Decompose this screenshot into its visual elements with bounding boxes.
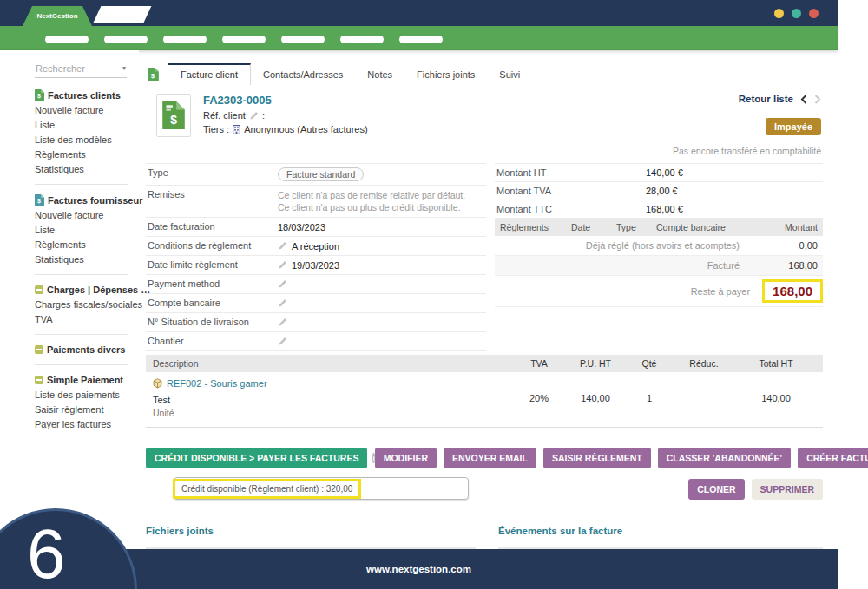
back-to-list-link[interactable]: Retour liste <box>739 94 793 104</box>
money-icon <box>35 345 43 354</box>
tab-contacts-adresses[interactable]: Contacts/Adresses <box>251 65 355 85</box>
sidebar-item-nouvelle-facture[interactable]: Nouvelle facture <box>35 105 128 115</box>
enter-payment-button[interactable]: SAISIR RÈGLEMENT <box>543 448 651 468</box>
highlight-box: 168,00 <box>762 279 823 303</box>
nav-item-placeholder[interactable] <box>340 36 384 43</box>
chevron-right-icon[interactable] <box>814 95 821 104</box>
close-light-icon[interactable] <box>809 9 819 18</box>
invoice-icon: $ <box>162 101 185 129</box>
sidebar-item-reglements[interactable]: Règlements <box>35 149 128 160</box>
clone-button[interactable]: CLONER <box>688 479 744 500</box>
lines-table-header: Description TVA P.U. HT Qté Réduc. Total… <box>146 355 823 372</box>
field-row-payment-method: Payment method <box>146 275 486 294</box>
pay-invoices-with-credit-button[interactable]: CRÉDIT DISPONIBLE > PAYER LES FACTURES <box>146 448 367 468</box>
pencil-icon[interactable] <box>278 298 287 308</box>
nav-item-placeholder[interactable] <box>222 36 266 43</box>
field-row-date-facturation: Date facturation 18/03/2023 <box>146 218 486 237</box>
sidebar-item-saisir-reglement[interactable]: Saisir règlement <box>35 404 128 415</box>
field-row-chantier: Chantier <box>146 332 486 351</box>
field-value: A réception <box>292 241 339 252</box>
invoice-icon: $ <box>35 89 44 101</box>
pencil-icon[interactable] <box>278 279 287 289</box>
field-label: N° Situation de livraison <box>148 317 278 327</box>
nav-item-placeholder[interactable] <box>163 36 207 43</box>
modify-button[interactable]: MODIFIER <box>375 448 437 468</box>
pencil-icon[interactable] <box>278 337 287 346</box>
sidebar-item-statistiques[interactable]: Statistiques <box>35 164 128 174</box>
tab-notes[interactable]: Notes <box>355 65 404 85</box>
ghost-tab[interactable] <box>94 6 152 23</box>
amount-label: Montant TTC <box>496 204 646 214</box>
section-title: Charges | Dépenses … <box>35 285 128 295</box>
nav-item-placeholder[interactable] <box>104 36 148 43</box>
tiers-value[interactable]: Anonymous (Autres factures) <box>244 124 367 134</box>
nav-item-placeholder[interactable] <box>399 36 443 43</box>
field-row-type: Type Facture standard <box>146 164 486 186</box>
sidebar-item-tva[interactable]: TVA <box>35 314 128 324</box>
search-input[interactable] <box>35 61 127 78</box>
sidebar-item-nouvelle-facture[interactable]: Nouvelle facture <box>35 210 128 220</box>
section-title: $ Factures clients <box>35 89 128 101</box>
send-email-button[interactable]: ENVOYER EMAIL <box>444 448 536 468</box>
create-credit-note-button[interactable]: CRÉER FACTURE AVOIR <box>798 448 868 468</box>
tab-suivi[interactable]: Suivi <box>487 65 532 85</box>
credit-tooltip-text: Crédit disponible (Règlement client) : 3… <box>173 479 361 499</box>
field-row-conditions-reglement: Conditions de règlement A réception <box>146 237 486 256</box>
maximize-light-icon[interactable] <box>792 9 801 18</box>
svg-text:$: $ <box>37 93 41 100</box>
section-title: $ Factures fournisseur <box>35 194 128 206</box>
main-nav-bar <box>0 26 838 50</box>
delete-button[interactable]: SUPPRIMER <box>752 479 823 500</box>
pencil-icon[interactable] <box>278 317 287 327</box>
column-header: Total HT <box>736 358 816 369</box>
ref-client-colon: : <box>262 110 265 121</box>
sidebar-item-liste[interactable]: Liste <box>35 120 128 130</box>
column-header: Règlements <box>500 222 571 232</box>
field-label: Remises <box>148 189 278 200</box>
payments-table-header: Règlements Date Type Compte bancaire Mon… <box>495 219 823 236</box>
svg-text:$: $ <box>37 198 41 205</box>
sidebar-item-liste-des-paiements[interactable]: Liste des paiements <box>35 389 128 400</box>
tab-bar: $ Facture client Contacts/Adresses Notes… <box>146 63 823 85</box>
nav-item-placeholder[interactable] <box>281 36 325 43</box>
section-title-label: Simple Paiement <box>47 375 123 385</box>
classify-abandoned-button[interactable]: CLASSER 'ABANDONNÉE' <box>658 448 791 468</box>
sidebar-item-charges-fiscales[interactable]: Charges fiscales/sociales <box>35 299 128 310</box>
line-pu-ht: 140,00 <box>564 393 627 403</box>
total-label: Facturé <box>707 260 740 271</box>
sidebar-item-liste-des-modeles[interactable]: Liste des modèles <box>35 134 128 145</box>
section-title-label: Paiements divers <box>47 344 126 355</box>
invoice-header: $ FA2303-0005 Réf. client : Tiers : Anon… <box>146 92 823 161</box>
money-icon <box>35 376 43 384</box>
invoice-reference[interactable]: FA2303-0005 <box>203 94 823 107</box>
tab-facture-client[interactable]: Facture client <box>168 63 251 85</box>
sidebar-item-payer-les-factures[interactable]: Payer les factures <box>35 419 128 429</box>
pencil-icon[interactable] <box>278 241 287 251</box>
sidebar-item-liste[interactable]: Liste <box>35 225 128 235</box>
product-link[interactable]: REF002 - Souris gamer <box>153 378 514 389</box>
sidebar-item-statistiques[interactable]: Statistiques <box>35 254 128 265</box>
field-label: Date limite règlement <box>148 259 278 270</box>
tab-fichiers-joints[interactable]: Fichiers joints <box>404 65 487 85</box>
chevron-down-icon[interactable]: ▾ <box>122 64 126 72</box>
pencil-icon[interactable] <box>249 111 259 121</box>
total-row-reste-a-payer: Reste à payer 168,00 <box>495 276 823 307</box>
nav-item-placeholder[interactable] <box>45 36 89 43</box>
field-value: 19/03/2023 <box>292 260 339 271</box>
section-title[interactable]: Paiements divers <box>35 344 128 355</box>
pencil-icon[interactable] <box>278 260 287 270</box>
total-value: 168,00 <box>762 260 818 271</box>
invoice-thumbnail: $ <box>156 94 191 137</box>
minimize-light-icon[interactable] <box>774 9 784 18</box>
company-icon <box>233 125 240 134</box>
amount-row-tva: Montant TVA 28,00 € <box>495 182 823 200</box>
sidebar-item-reglements[interactable]: Règlements <box>35 239 128 250</box>
main-content: $ Facture client Contacts/Adresses Notes… <box>146 50 823 570</box>
product-cube-icon <box>153 378 162 389</box>
brand-tab[interactable]: NextGestion <box>23 6 92 26</box>
table-row: REF002 - Souris gamer Test Unité 20% 140… <box>146 372 823 428</box>
chevron-left-icon[interactable] <box>800 95 807 104</box>
amount-value: 28,00 € <box>646 186 678 196</box>
line-tva: 20% <box>514 393 564 403</box>
money-icon <box>35 285 43 294</box>
